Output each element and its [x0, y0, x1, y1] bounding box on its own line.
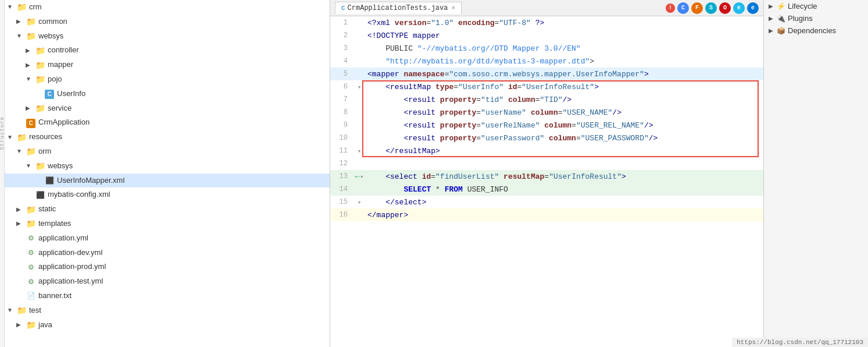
folder-icon-templates: 📁 [26, 219, 36, 228]
code-line-11: 11 ▾ </resultMap> [330, 144, 763, 157]
line-content-3: PUBLIC "-//mybatis.org//DTD Mapper 3.0//… [365, 44, 763, 53]
java-c-icon-crmapp: C [26, 118, 36, 128]
tree-item-websys2[interactable]: ▼ 📁 websys [5, 159, 330, 174]
tree-item-pojo[interactable]: ▼ 📁 pojo [5, 72, 330, 87]
tree-arrow-orm: ▼ [16, 147, 26, 156]
tree-label-appdevyml: application-dev.yml [38, 247, 102, 259]
fold-icon-11: ▾ [358, 147, 362, 155]
right-panel: ▶ ⚡ Lifecycle ▶ 🔌 Plugins ▶ 📦 Dependenci… [763, 0, 868, 347]
code-line-3: 3 PUBLIC "-//mybatis.org//DTD Mapper 3.0… [330, 42, 763, 55]
left-strip: Structure [0, 0, 5, 347]
tree-item-java[interactable]: ▶ 📁 java [5, 318, 330, 332]
right-icon-lifecycle: ⚡ [777, 2, 785, 10]
safari-icon[interactable]: S [705, 2, 717, 14]
edge-icon[interactable]: e [747, 2, 759, 14]
tree-arrow-service: ▶ [26, 104, 35, 113]
tree-item-orm[interactable]: ▼ 📁 orm [5, 144, 330, 159]
tree-label-controller: controller [48, 44, 78, 56]
tree-label-websys: websys [38, 30, 63, 43]
tree-label-resources: resources [29, 131, 62, 143]
tree-arrow-mapper: ▶ [26, 61, 35, 70]
tree-label-static: static [38, 203, 56, 215]
line-content-1: <?xml version="1.0" encoding="UTF-8" ?> [365, 19, 763, 27]
code-line-12: 12 [330, 157, 763, 170]
line-num-4: 4 [330, 57, 353, 65]
left-strip-text: Structure [0, 116, 5, 150]
tree-label-crmapplication: CrmApplication [38, 116, 90, 129]
line-content-8: <result property="userName" column="USER… [365, 108, 763, 117]
right-icon-dependencies: 📦 [777, 27, 785, 35]
line-content-10: <result property="userPassword" column="… [365, 134, 763, 143]
line-content-16: </mapper> [365, 211, 763, 219]
tree-arrow-crm: ▼ [7, 2, 16, 12]
line-content-15: </select> [365, 198, 763, 207]
folder-icon-service: 📁 [35, 104, 45, 113]
code-editor-panel: C CrmApplicationTests.java × ! C F S O e… [330, 0, 763, 347]
tree-item-websys[interactable]: ▼ 📁 websys [5, 29, 330, 44]
code-line-16: 16 </mapper> [330, 208, 763, 221]
gutter-11: ▾ [353, 147, 365, 155]
gutter-15: ▾ [353, 199, 365, 206]
gutter-6: ▾ [353, 83, 365, 91]
tree-label-userinfomapper: UserInfoMapper.xml [57, 175, 124, 187]
tree-item-mapper[interactable]: ▶ 📁 mapper [5, 58, 330, 72]
tree-item-static[interactable]: ▶ 📁 static [5, 202, 330, 217]
line-content-7: <result property="tid" column="TID"/> [365, 95, 763, 104]
folder-icon-test: 📁 [16, 306, 27, 315]
tree-label-bannertxt: banner.txt [38, 290, 72, 302]
tree-item-appprodymll[interactable]: ⚙ application-prod.yml [5, 260, 330, 274]
tree-label-userinfo: UserInfo [57, 88, 85, 100]
tree-item-controller[interactable]: ▶ 📁 controller [5, 43, 330, 58]
chrome-icon[interactable]: C [677, 2, 689, 14]
tree-item-templates[interactable]: ▶ 📁 templates [5, 217, 330, 231]
bottom-status-bar: https://blog.csdn.net/qq_17712103 [732, 338, 868, 347]
java-c-icon-userinfo: C [44, 89, 55, 98]
tree-item-userinfo[interactable]: C UserInfo [5, 87, 330, 101]
folder-icon-controller: 📁 [35, 46, 45, 55]
ie-icon[interactable]: e [733, 2, 745, 14]
tree-item-resources[interactable]: ▼ 📁 resources [5, 130, 330, 144]
tree-item-bannertxt[interactable]: 📄 banner.txt [5, 289, 330, 303]
tree-item-appdevyml[interactable]: ⚙ application-dev.yml [5, 246, 330, 260]
firefox-icon[interactable]: F [691, 2, 703, 14]
txt-icon-bannertxt: 📄 [26, 291, 36, 300]
tree-label-orm: orm [38, 146, 51, 158]
line-num-11: 11 [330, 147, 353, 155]
code-content-area[interactable]: 1 <?xml version="1.0" encoding="UTF-8" ?… [330, 16, 763, 347]
line-num-2: 2 [330, 31, 353, 40]
bottom-url: https://blog.csdn.net/qq_17712103 [737, 339, 863, 346]
folder-icon-websys: 📁 [26, 31, 36, 41]
code-line-8: 8 <result property="userName" column="US… [330, 106, 763, 119]
right-item-plugins[interactable]: ▶ 🔌 Plugins [764, 12, 868, 24]
error-badge: ! [666, 3, 675, 13]
tree-item-apptestyml[interactable]: ⚙ application-test.yml [5, 274, 330, 289]
tree-arrow-pojo: ▼ [26, 75, 35, 84]
tree-item-mybatisconfig[interactable]: ⬛ mybatis-config.xml [5, 187, 330, 202]
tree-arrow-controller: ▶ [26, 46, 35, 55]
tree-item-userinfomapper[interactable]: ⬛ UserInfoMapper.xml [5, 174, 330, 188]
tab-close-button[interactable]: × [451, 5, 455, 12]
right-item-lifecycle[interactable]: ▶ ⚡ Lifecycle [764, 0, 868, 12]
line-num-15: 15 [330, 198, 353, 206]
opera-icon[interactable]: O [719, 2, 731, 14]
fold-icon-15: ▾ [358, 199, 362, 206]
tree-item-appyml[interactable]: ⚙ application.yml [5, 231, 330, 246]
tree-label-templates: templates [38, 218, 71, 230]
tree-label-pojo: pojo [48, 73, 62, 86]
tree-item-test[interactable]: ▼ 📁 test [5, 303, 330, 318]
tree-arrow-test: ▼ [7, 306, 16, 315]
line-num-1: 1 [330, 19, 353, 27]
tree-item-common[interactable]: ▶ 📁 common [5, 15, 330, 29]
tree-label-mapper: mapper [48, 59, 73, 71]
tab-file-icon: C [341, 5, 345, 12]
yml-icon-appdevyml: ⚙ [26, 248, 36, 257]
tree-item-crmapplication[interactable]: C CrmApplication [5, 115, 330, 130]
right-item-dependencies[interactable]: ▶ 📦 Dependencies [764, 24, 868, 37]
tree-label-service: service [48, 102, 72, 115]
tree-item-crm[interactable]: ▼ 📁 crm [5, 0, 330, 15]
line-num-14: 14 [330, 185, 353, 193]
code-line-10: 10 <result property="userPassword" colum… [330, 132, 763, 144]
editor-tab-item[interactable]: C CrmApplicationTests.java × [335, 2, 462, 14]
line-num-9: 9 [330, 121, 353, 129]
tree-item-service[interactable]: ▶ 📁 service [5, 101, 330, 116]
